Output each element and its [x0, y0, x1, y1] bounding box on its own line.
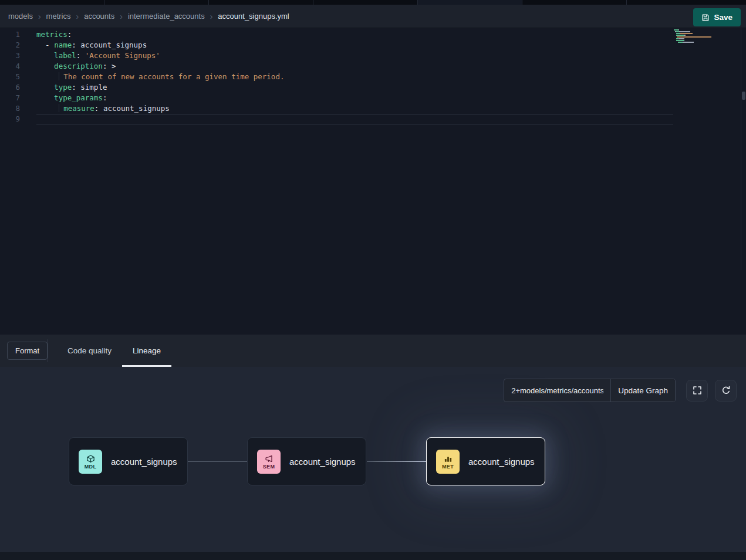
code-line-text[interactable]: measure: account_signups: [36, 103, 673, 114]
breadcrumb-item[interactable]: accounts: [84, 12, 114, 21]
tab-lineage[interactable]: Lineage: [122, 335, 171, 367]
breadcrumb-item[interactable]: metrics: [46, 12, 71, 21]
code-line: 4 description: >: [0, 61, 746, 72]
node-type-tile: MDL: [79, 450, 102, 474]
cube-icon: [86, 454, 95, 463]
editor-tab[interactable]: [313, 0, 418, 5]
minimap-line: [674, 35, 711, 36]
lineage-node-mdl[interactable]: MDLaccount_signups: [69, 437, 188, 485]
code-line: 3 label: 'Account Signups': [0, 50, 746, 61]
minimap-line: [674, 38, 711, 39]
line-number: 1: [0, 29, 20, 40]
node-label: account_signups: [289, 457, 356, 467]
node-type-tile: SEM: [257, 450, 281, 474]
lineage-controls: Update Graph: [504, 379, 737, 402]
lineage-node-sem[interactable]: SEMaccount_signups: [247, 437, 366, 485]
editor-tab[interactable]: [627, 0, 746, 5]
code-line-text[interactable]: - name: account_signups: [36, 40, 673, 50]
minimap-line: [674, 42, 711, 43]
tab-code-quality[interactable]: Code quality: [57, 335, 122, 367]
save-button-label: Save: [714, 13, 733, 22]
code-line: 8 measure: account_signups: [0, 103, 746, 114]
code-line: 6 type: simple: [0, 82, 746, 93]
code-line: 9: [0, 114, 746, 124]
code-editor[interactable]: 1metrics:2 - name: account_signups3 labe…: [0, 28, 746, 335]
breadcrumb: models›metrics›accounts›intermediate_acc…: [8, 12, 289, 21]
panel-tabs: Code qualityLineage: [57, 335, 171, 367]
chevron-right-icon: ›: [76, 12, 79, 21]
code-lines: 1metrics:2 - name: account_signups3 labe…: [0, 29, 746, 124]
minimap[interactable]: [674, 29, 711, 45]
fullscreen-icon: [693, 386, 702, 395]
panel-header: Format Code qualityLineage: [0, 335, 746, 367]
code-line-text[interactable]: description: >: [36, 61, 673, 72]
node-type-tile: MET: [436, 450, 460, 474]
line-number: 7: [0, 93, 20, 103]
minimap-line: [674, 31, 711, 32]
megaphone-icon: [265, 454, 274, 463]
breadcrumb-bar: models›metrics›accounts›intermediate_acc…: [0, 5, 746, 28]
minimap-line: [674, 29, 711, 31]
breadcrumb-item[interactable]: intermediate_accounts: [128, 12, 205, 21]
chevron-right-icon: ›: [38, 12, 41, 21]
code-line: 7 type_params:: [0, 93, 746, 103]
code-line-text[interactable]: type: simple: [36, 82, 673, 93]
code-line: 1metrics:: [0, 29, 746, 40]
code-line-text[interactable]: The count of new accounts for a given ti…: [36, 72, 673, 82]
bar-chart-icon: [444, 454, 453, 463]
line-number: 6: [0, 82, 20, 93]
line-number: 8: [0, 103, 20, 114]
line-number: 4: [0, 61, 20, 72]
lineage-node-met[interactable]: METaccount_signups: [426, 437, 545, 485]
refresh-button[interactable]: [715, 380, 737, 402]
node-label: account_signups: [111, 457, 177, 467]
editor-tab[interactable]: [104, 0, 209, 5]
line-number: 3: [0, 50, 20, 61]
editor-scrollbar[interactable]: [741, 28, 741, 270]
editor-tab[interactable]: [522, 0, 627, 5]
format-button[interactable]: Format: [7, 342, 48, 360]
node-label: account_signups: [468, 457, 535, 467]
code-line-text[interactable]: [36, 114, 673, 124]
line-number: 5: [0, 72, 20, 82]
chevron-right-icon: ›: [120, 12, 123, 21]
line-number: 9: [0, 114, 20, 124]
app: models›metrics›accounts›intermediate_acc…: [0, 0, 746, 560]
panel-divider: [48, 339, 48, 362]
editor-tab[interactable]: [0, 0, 104, 5]
edge-line: [367, 461, 426, 462]
minimap-line: [674, 36, 711, 38]
breadcrumb-item[interactable]: models: [8, 12, 33, 21]
fullscreen-button[interactable]: [686, 380, 708, 402]
save-button[interactable]: Save: [693, 8, 741, 26]
update-graph-button[interactable]: Update Graph: [610, 379, 675, 402]
edge-line: [188, 461, 247, 462]
editor-tab[interactable]: [209, 0, 313, 5]
node-type-badge: MET: [442, 464, 454, 470]
lineage-filter-group: Update Graph: [504, 379, 676, 402]
code-line: 2 - name: account_signups: [0, 40, 746, 50]
canvas-footer: [0, 552, 746, 560]
floppy-icon: [701, 14, 710, 22]
refresh-icon: [721, 386, 731, 395]
code-line-text[interactable]: metrics:: [36, 29, 673, 40]
line-number: 2: [0, 40, 20, 50]
code-line: 5 The count of new accounts for a given …: [0, 72, 746, 82]
minimap-line: [674, 33, 711, 34]
chevron-right-icon: ›: [210, 12, 213, 21]
lineage-filter-input[interactable]: [504, 379, 610, 402]
minimap-line: [674, 43, 711, 45]
node-type-badge: MDL: [85, 464, 96, 470]
editor-scrollbar-thumb[interactable]: [742, 92, 745, 100]
top-tab-strip: [0, 0, 746, 5]
code-line-text[interactable]: type_params:: [36, 93, 673, 103]
minimap-line: [674, 40, 711, 41]
editor-tab-active[interactable]: [418, 0, 522, 5]
node-type-badge: SEM: [263, 464, 275, 470]
breadcrumb-item[interactable]: account_signups.yml: [218, 12, 289, 21]
code-line-text[interactable]: label: 'Account Signups': [36, 50, 673, 61]
